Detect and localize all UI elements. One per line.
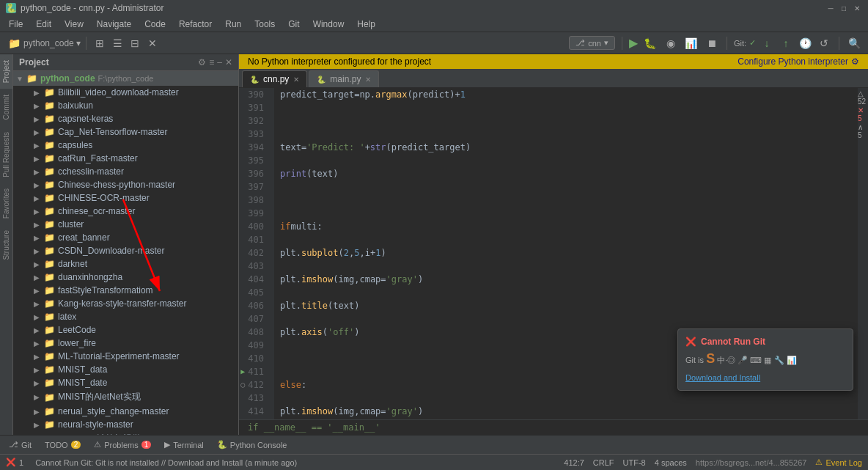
toolbar-options-btn[interactable]: ⊟ xyxy=(127,35,143,51)
tree-item-capsnet[interactable]: ▶ 📁 capsnet-keras xyxy=(13,112,238,125)
tree-item-creat-banner[interactable]: ▶ 📁 creat_banner xyxy=(13,231,238,244)
tab-main-py[interactable]: 🐍 main.py ✕ xyxy=(309,70,379,87)
menu-file[interactable]: File xyxy=(3,18,29,31)
git-history-btn[interactable]: 🕐 xyxy=(797,35,813,51)
menu-code[interactable]: Code xyxy=(139,18,172,31)
branch-selector[interactable]: ⎇ cnn ▾ xyxy=(569,36,615,50)
stop-btn[interactable]: ⏹ xyxy=(704,35,720,51)
panel-collapse-icon[interactable]: – xyxy=(217,57,222,67)
project-root[interactable]: ▼ 📁 python_code F:\python_code xyxy=(13,71,238,86)
event-log-item[interactable]: ⚠ Event Log xyxy=(815,458,862,467)
tree-item-baixukun[interactable]: ▶ 📁 baixukun xyxy=(13,99,238,112)
side-tab-favorites[interactable]: Favorites xyxy=(0,183,12,224)
tree-item-faststyle[interactable]: ▶ 📁 fastStyleTransformatiom xyxy=(13,284,238,297)
tree-item-chinese-ocr[interactable]: ▶ 📁 chinese_ocr-master xyxy=(13,205,238,218)
window-title: python_code - cnn.py - Administrator xyxy=(21,3,163,13)
tab-cnn-py[interactable]: 🐍 cnn.py ✕ xyxy=(242,70,307,87)
tree-item-nerual[interactable]: ▶ 📁 nerual_style_change-master xyxy=(13,405,238,418)
tree-item-catrun[interactable]: ▶ 📁 catRun_Fast-master xyxy=(13,152,238,165)
status-position[interactable]: 412:7 xyxy=(564,458,584,467)
tree-item-bilibili[interactable]: ▶ 📁 Bilibili_video_download-master xyxy=(13,86,238,99)
toolbar-columns-btn[interactable]: ☰ xyxy=(109,35,125,51)
menu-run[interactable]: Run xyxy=(219,18,247,31)
git-push-btn[interactable]: ↑ xyxy=(778,35,794,51)
folder-icon: 📁 xyxy=(44,406,55,416)
tree-item-ml[interactable]: ▶ 📁 ML-Tutorial-Experiment-master xyxy=(13,350,238,363)
folder-icon: 📁 xyxy=(44,351,55,361)
run-gutter-icon[interactable]: ▶ xyxy=(240,365,245,378)
tree-item-chinese-ocr-master[interactable]: ▶ 📁 CHINESE-OCR-master xyxy=(13,191,238,205)
toolbar-layout-btns: ⊞ ☰ ⊟ ✕ xyxy=(92,35,161,51)
tree-item-darknet[interactable]: ▶ 📁 darknet xyxy=(13,257,238,271)
tree-label: LeetCode xyxy=(58,325,96,335)
bottom-tab-git[interactable]: ⎇ Git xyxy=(3,438,37,451)
tree-label: neural-style-master xyxy=(58,419,133,430)
menu-edit[interactable]: Edit xyxy=(30,18,57,31)
tree-item-mnist-aletnet[interactable]: ▶ 📁 MNIST的AletNet实现 xyxy=(13,389,238,405)
gutter: 390 391 392 393 394 395 396 397 398 399 … xyxy=(239,88,274,419)
tab-cnn-close[interactable]: ✕ xyxy=(293,76,299,84)
tree-item-chinese-chess[interactable]: ▶ 📁 Chinese-chess-python-master xyxy=(13,178,238,191)
tree-item-opencv[interactable]: ▶ 📁 OpenCV3计算机视觉 xyxy=(13,431,238,435)
side-tab-project[interactable]: Project xyxy=(0,54,12,89)
debug-btn[interactable]: 🐛 xyxy=(642,35,658,51)
toolbar-layout-btn[interactable]: ⊞ xyxy=(92,35,108,51)
download-install-link[interactable]: Download and Install xyxy=(685,373,760,382)
status-encoding[interactable]: UTF-8 xyxy=(623,458,646,467)
panel-sort-icon[interactable]: ≡ xyxy=(209,57,214,67)
menu-refactor[interactable]: Refactor xyxy=(173,18,218,31)
menu-view[interactable]: View xyxy=(59,18,89,31)
gutter-line-410: 410 xyxy=(239,352,268,365)
status-error-item[interactable]: ❌ 1 xyxy=(6,458,23,467)
tree-item-kang[interactable]: ▶ 📁 Kang-keras-style-transfer-master xyxy=(13,297,238,310)
menu-git[interactable]: Git xyxy=(282,18,305,31)
minimize-button[interactable]: ─ xyxy=(825,3,836,13)
tree-item-capnet[interactable]: ▶ 📁 Cap_Net-Tensorflow-master xyxy=(13,125,238,139)
status-indent[interactable]: 4 spaces xyxy=(655,458,687,467)
bottom-tab-problems[interactable]: ⚠ Problems 1 xyxy=(88,438,157,451)
menu-tools[interactable]: Tools xyxy=(249,18,281,31)
problems-tab-icon: ⚠ xyxy=(94,440,101,449)
bottom-tab-todo[interactable]: TODO 2 xyxy=(39,439,87,451)
tree-item-duanxin[interactable]: ▶ 📁 duanxinhongzha xyxy=(13,271,238,284)
tree-item-capsules[interactable]: ▶ 📁 capsules xyxy=(13,139,238,152)
folder-arrow: ▶ xyxy=(34,234,41,242)
panel-settings-icon[interactable]: ⚙ xyxy=(198,57,206,67)
maximize-button[interactable]: □ xyxy=(839,3,849,13)
bottom-tab-python-console[interactable]: 🐍 Python Console xyxy=(211,438,293,451)
toolbar-project-name[interactable]: python_code ▾ xyxy=(23,38,81,48)
folder-arrow: ▶ xyxy=(34,168,41,176)
configure-interpreter-link[interactable]: Configure Python interpreter ⚙ xyxy=(738,56,859,67)
warning-message: No Python interpreter configured for the… xyxy=(248,56,431,67)
git-pull-btn[interactable]: ↓ xyxy=(759,35,775,51)
tree-item-cchesslin[interactable]: ▶ 📁 cchesslin-master xyxy=(13,165,238,178)
window-controls[interactable]: ─ □ ✕ xyxy=(825,3,862,13)
side-tab-pull-requests[interactable]: Pull Requests xyxy=(0,126,12,183)
menu-navigate[interactable]: Navigate xyxy=(91,18,137,31)
bottom-tab-terminal[interactable]: ▶ Terminal xyxy=(158,438,210,451)
tree-item-cluster[interactable]: ▶ 📁 cluster xyxy=(13,218,238,231)
run-button[interactable]: ▶ xyxy=(629,36,638,50)
menu-window[interactable]: Window xyxy=(307,18,350,31)
tree-item-mnist-data[interactable]: ▶ 📁 MNIST_data xyxy=(13,363,238,376)
tab-main-close[interactable]: ✕ xyxy=(365,76,371,84)
toolbar-close-btn[interactable]: ✕ xyxy=(144,35,161,51)
tree-item-csdn[interactable]: ▶ 📁 CSDN_Downloader-master xyxy=(13,244,238,257)
panel-close-icon[interactable]: ✕ xyxy=(225,57,232,67)
side-tab-commit[interactable]: Commit xyxy=(0,89,12,125)
folder-arrow: ▶ xyxy=(34,313,41,321)
close-button[interactable]: ✕ xyxy=(852,3,862,13)
status-line-ending[interactable]: CRLF xyxy=(593,458,614,467)
menu-help[interactable]: Help xyxy=(351,18,381,31)
tree-item-lower-fire[interactable]: ▶ 📁 lower_fire xyxy=(13,337,238,350)
tree-item-leetcode[interactable]: ▶ 📁 LeetCode xyxy=(13,323,238,337)
profile-btn[interactable]: 📊 xyxy=(683,35,699,51)
side-tab-structure[interactable]: Structure xyxy=(0,224,12,266)
git-revert-btn[interactable]: ↺ xyxy=(816,35,832,51)
gutter-line-400: 400 xyxy=(239,220,268,233)
tree-item-latex[interactable]: ▶ 📁 latex xyxy=(13,310,238,323)
tree-item-neural-style[interactable]: ▶ 📁 neural-style-master xyxy=(13,418,238,431)
search-button[interactable]: 🔍 xyxy=(846,35,862,51)
coverage-btn[interactable]: ◉ xyxy=(663,35,679,51)
tree-item-mnist-date[interactable]: ▶ 📁 MNIST_date xyxy=(13,376,238,389)
